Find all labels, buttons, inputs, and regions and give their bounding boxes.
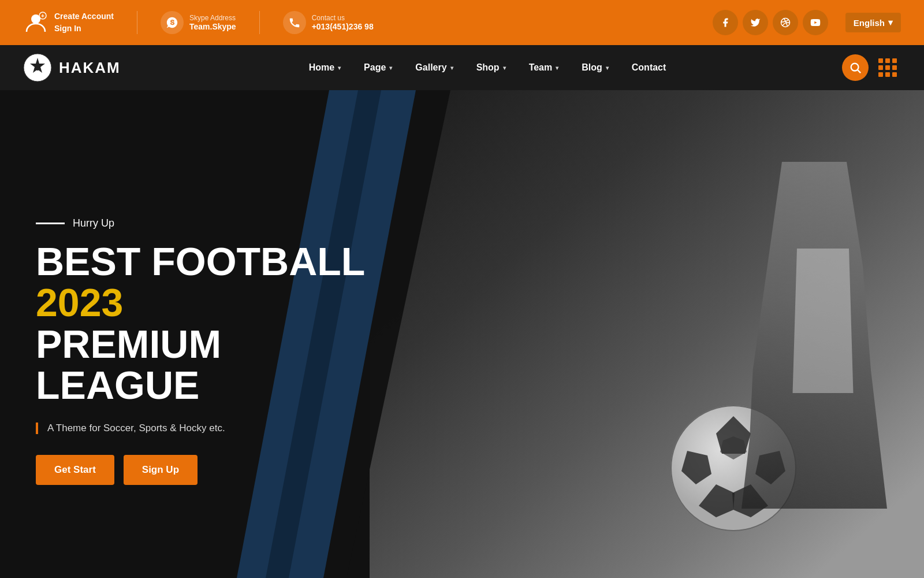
page-arrow: ▾ xyxy=(389,65,392,71)
sign-in-label[interactable]: Sign In xyxy=(54,23,114,35)
logo[interactable]: HAKAM xyxy=(23,53,139,82)
team-arrow: ▾ xyxy=(556,65,558,71)
divider-2 xyxy=(259,11,260,34)
nav-gallery[interactable]: Gallery ▾ xyxy=(404,45,464,90)
nav-contact[interactable]: Contact xyxy=(620,45,678,90)
hero-description-block: A Theme for Soccer, Sports & Hocky etc. xyxy=(36,423,394,434)
nav-bar: HAKAM Home ▾ Page ▾ Gallery ▾ Shop ▾ Tea… xyxy=(0,45,924,90)
top-bar: + Create Account Sign In Skype Address T… xyxy=(0,0,924,45)
skype-value: Team.Skype xyxy=(189,22,236,31)
sign-up-button[interactable]: Sign Up xyxy=(124,455,198,485)
svg-point-8 xyxy=(851,64,859,71)
skype-icon xyxy=(161,11,184,34)
language-selector[interactable]: English ▾ xyxy=(845,13,901,32)
contact-label: Contact us xyxy=(312,14,374,22)
hero-buttons: Get Start Sign Up xyxy=(36,455,394,485)
search-button[interactable] xyxy=(842,54,869,81)
hero-content: Hurry Up BEST FOOTBALL 2023 PREMIUM LEAG… xyxy=(36,217,394,485)
social-icons xyxy=(713,10,828,35)
hero-title-part2: PREMIUM LEAGUE xyxy=(36,322,221,407)
hero-title-year: 2023 xyxy=(36,280,123,324)
hero-description: A Theme for Soccer, Sports & Hocky etc. xyxy=(47,423,225,433)
grid-menu-button[interactable] xyxy=(874,54,901,81)
nav-shop[interactable]: Shop ▾ xyxy=(465,45,517,90)
hero-subtitle: Hurry Up xyxy=(73,217,114,229)
contact-value: +013(451)236 98 xyxy=(312,22,374,31)
nav-page[interactable]: Page ▾ xyxy=(352,45,404,90)
nav-team[interactable]: Team ▾ xyxy=(517,45,571,90)
svg-text:+: + xyxy=(41,13,44,19)
nav-links: Home ▾ Page ▾ Gallery ▾ Shop ▾ Team ▾ Bl… xyxy=(139,45,836,90)
top-bar-left: + Create Account Sign In Skype Address T… xyxy=(23,10,374,35)
logo-text: HAKAM xyxy=(59,59,121,77)
phone-icon xyxy=(283,11,306,34)
divider-1 xyxy=(137,11,137,34)
home-arrow: ▾ xyxy=(338,65,341,71)
phone-contact: Contact us +013(451)236 98 xyxy=(312,14,374,31)
hero-title-part1: BEST FOOTBALL xyxy=(36,239,364,283)
twitter-icon[interactable] xyxy=(743,10,768,35)
svg-line-9 xyxy=(858,70,860,73)
shop-arrow: ▾ xyxy=(503,65,506,71)
dribbble-icon[interactable] xyxy=(773,10,798,35)
grid-dots-icon xyxy=(878,58,897,77)
hero-subtitle-row: Hurry Up xyxy=(36,217,394,229)
hero-line-decoration xyxy=(36,223,65,224)
get-start-button[interactable]: Get Start xyxy=(36,455,114,485)
gallery-arrow: ▾ xyxy=(450,65,453,71)
hero-section: Hurry Up BEST FOOTBALL 2023 PREMIUM LEAG… xyxy=(0,90,924,578)
youtube-icon[interactable] xyxy=(803,10,828,35)
nav-home[interactable]: Home ▾ xyxy=(297,45,352,90)
svg-point-7 xyxy=(35,65,40,71)
create-account-label[interactable]: Create Account xyxy=(54,10,114,23)
nav-blog[interactable]: Blog ▾ xyxy=(570,45,620,90)
language-label: English xyxy=(854,18,885,28)
facebook-icon[interactable] xyxy=(713,10,738,35)
hero-title: BEST FOOTBALL 2023 PREMIUM LEAGUE xyxy=(36,241,394,406)
blog-arrow: ▾ xyxy=(606,65,609,71)
user-icon: + xyxy=(23,10,49,35)
lang-arrow: ▾ xyxy=(888,17,893,28)
skype-contact: Skype Address Team.Skype xyxy=(189,14,236,31)
top-bar-auth: Create Account Sign In xyxy=(54,10,114,35)
skype-label: Skype Address xyxy=(189,14,236,22)
